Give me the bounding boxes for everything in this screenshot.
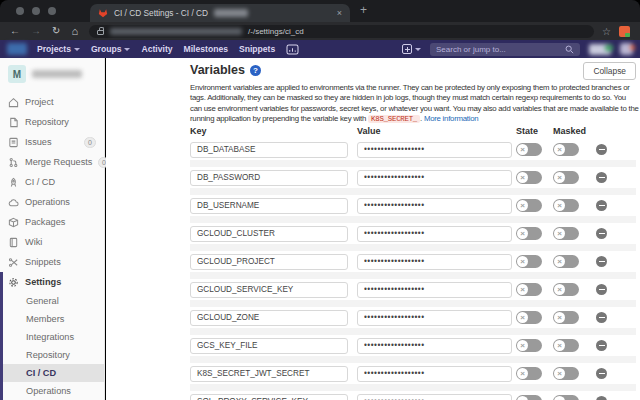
state-toggle[interactable] (516, 255, 542, 268)
sidebar-item-snippets[interactable]: Snippets (0, 252, 104, 272)
nav-groups[interactable]: Groups (91, 44, 131, 54)
masked-toggle[interactable] (553, 311, 579, 324)
collapse-button[interactable]: Collapse (583, 62, 636, 80)
browser-tab[interactable]: CI / CD Settings - CI / CD (90, 4, 350, 22)
variable-value-input[interactable] (357, 226, 512, 242)
address-bar[interactable]: /-/settings/ci_cd (89, 25, 594, 38)
global-search[interactable] (430, 43, 580, 56)
nav-milestones[interactable]: Milestones (184, 44, 228, 54)
zoom-window-button[interactable] (48, 7, 56, 15)
settings-sub-repository[interactable]: Repository (3, 346, 104, 364)
remove-variable-button[interactable] (596, 340, 607, 351)
remove-variable-button[interactable] (596, 256, 607, 267)
masked-toggle[interactable] (553, 255, 579, 268)
sidebar-item-cicd[interactable]: CI / CD (0, 172, 104, 192)
variable-value-input[interactable] (357, 254, 512, 270)
remove-variable-button[interactable] (596, 172, 607, 183)
masked-toggle[interactable] (553, 227, 579, 240)
sidebar-item-issues[interactable]: Issues 0 (0, 132, 104, 152)
settings-sub-general[interactable]: General (3, 292, 104, 310)
variable-value-input[interactable] (357, 282, 512, 298)
new-tab-button[interactable] (360, 3, 367, 17)
variable-key-input[interactable] (190, 198, 348, 214)
remove-variable-button[interactable] (596, 144, 607, 155)
settings-sub-integrations[interactable]: Integrations (3, 328, 104, 346)
create-new-menu[interactable] (402, 44, 421, 54)
bookmark-star-icon[interactable] (602, 26, 611, 37)
help-icon[interactable]: ? (250, 65, 261, 76)
remove-variable-button[interactable] (596, 200, 607, 211)
page-title: Variables (190, 63, 245, 77)
state-toggle[interactable] (516, 171, 542, 184)
window-controls[interactable] (16, 7, 56, 15)
nav-projects[interactable]: Projects (37, 44, 80, 54)
settings-sub-cicd[interactable]: CI / CD (3, 364, 104, 382)
masked-toggle[interactable] (553, 143, 579, 156)
sidebar-item-project[interactable]: Project (0, 92, 104, 112)
gitlab-logo[interactable] (7, 43, 27, 55)
remove-variable-button[interactable] (596, 396, 607, 400)
variable-value-input[interactable] (357, 394, 512, 400)
variable-key-input[interactable] (190, 226, 348, 242)
masked-toggle[interactable] (553, 283, 579, 296)
state-toggle[interactable] (516, 143, 542, 156)
variable-key-input[interactable] (190, 366, 348, 382)
search-input[interactable] (436, 45, 565, 54)
remove-variable-button[interactable] (596, 284, 607, 295)
state-toggle[interactable] (516, 395, 542, 400)
state-toggle[interactable] (516, 283, 542, 296)
variable-key-input[interactable] (190, 254, 348, 270)
state-toggle[interactable] (516, 199, 542, 212)
state-toggle[interactable] (516, 311, 542, 324)
forward-icon[interactable] (31, 26, 41, 36)
count-badge (605, 45, 613, 51)
masked-toggle[interactable] (553, 339, 579, 352)
sidebar-item-settings[interactable]: Settings (3, 272, 104, 292)
variable-value-input[interactable] (357, 198, 512, 214)
home-icon[interactable] (71, 26, 78, 37)
variable-value-input[interactable] (357, 366, 512, 382)
state-toggle[interactable] (516, 339, 542, 352)
sidebar-item-packages[interactable]: Packages (0, 212, 104, 232)
variable-key-input[interactable] (190, 310, 348, 326)
masked-toggle[interactable] (553, 367, 579, 380)
table-row (190, 279, 636, 300)
sidebar-item-operations[interactable]: Operations (0, 192, 104, 212)
sidebar-item-merge-requests[interactable]: Merge Requests 0 (0, 152, 104, 172)
variable-value-input[interactable] (357, 310, 512, 326)
state-toggle[interactable] (516, 227, 542, 240)
close-tab-icon[interactable] (337, 9, 342, 18)
avatar[interactable] (620, 43, 633, 55)
back-icon[interactable] (10, 26, 20, 36)
remove-variable-button[interactable] (596, 368, 607, 379)
more-information-link[interactable]: More information (424, 114, 479, 123)
variable-value-input[interactable] (357, 142, 512, 158)
state-toggle[interactable] (516, 367, 542, 380)
nav-snippets[interactable]: Snippets (239, 44, 275, 54)
x-icon (517, 340, 528, 351)
sidebar-item-wiki[interactable]: Wiki (0, 232, 104, 252)
remove-variable-button[interactable] (596, 312, 607, 323)
reload-icon[interactable] (52, 26, 60, 36)
settings-sub-members[interactable]: Members (3, 310, 104, 328)
navbar-counters-redacted[interactable] (589, 44, 611, 55)
masked-toggle[interactable] (553, 171, 579, 184)
variable-value-input[interactable] (357, 338, 512, 354)
analytics-chart-icon[interactable] (286, 44, 299, 55)
variable-key-input[interactable] (190, 394, 348, 400)
sidebar-item-repository[interactable]: Repository (0, 112, 104, 132)
close-window-button[interactable] (16, 7, 24, 15)
settings-sub-operations[interactable]: Operations (3, 382, 104, 400)
extension-icon[interactable] (619, 26, 630, 37)
variable-value-input[interactable] (357, 170, 512, 186)
project-header[interactable]: M (0, 58, 104, 92)
nav-activity[interactable]: Activity (141, 44, 172, 54)
variable-key-input[interactable] (190, 142, 348, 158)
remove-variable-button[interactable] (596, 228, 607, 239)
variable-key-input[interactable] (190, 282, 348, 298)
variable-key-input[interactable] (190, 338, 348, 354)
masked-toggle[interactable] (553, 199, 579, 212)
masked-toggle[interactable] (553, 395, 579, 400)
variable-key-input[interactable] (190, 170, 348, 186)
minimize-window-button[interactable] (32, 7, 40, 15)
